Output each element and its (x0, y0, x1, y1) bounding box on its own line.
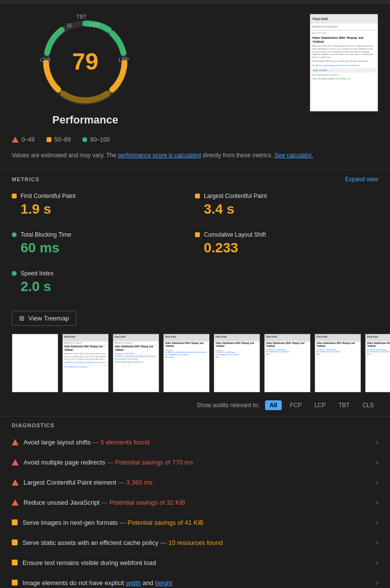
diag-text-4: Serve images in next-gen formats — Poten… (23, 519, 372, 526)
metric-si-value: 2.0 s (12, 279, 187, 294)
audit-filter: Show audits relevant to: All FCP LCP TBT… (0, 396, 390, 416)
film-thumb-1: Paul Irish Making the wrong great Video … (62, 334, 109, 392)
diag-row-3[interactable]: Reduce unused JavaScript — Potential sav… (12, 492, 378, 513)
diag-text-1: Avoid multiple page redirects — Potentia… (24, 459, 372, 466)
film-thumb-3: Paul Irish Video Stabilization With 'ffm… (163, 334, 210, 392)
filmstrip-row: Paul Irish Making the wrong great Video … (12, 334, 378, 392)
metric-lcp-indicator (195, 194, 200, 198)
diag-savings-3: — Potential savings of 32 KiB (101, 499, 185, 506)
calculator-link[interactable]: See calculator. (274, 152, 313, 159)
screenshot-inner: Paul Irish Making the wrong great APR 19… (310, 14, 378, 111)
filter-fcp-button[interactable]: FCP (286, 400, 306, 410)
ss-link2: Run stabilization in two passes (312, 74, 376, 76)
diag-indicator-7 (12, 580, 18, 586)
gauge-labels: SI FCP CLS LCP TBT (36, 14, 134, 112)
filter-lcp-button[interactable]: LCP (310, 400, 330, 410)
ss-article-text: Way back in Dec 2015, Thnergider wrote a… (312, 45, 376, 58)
film-frame-3: Paul Irish Video Stabilization With 'ffm… (163, 334, 210, 392)
audit-filter-label: Show audits relevant to: (196, 402, 259, 409)
metric-cls-indicator (195, 232, 200, 237)
ss-link1: On MacOS, install ffmpeg and vidstab fro… (312, 64, 376, 67)
metric-cls-name: Cumulative Layout Shift (204, 231, 266, 238)
diag-indicator-4 (12, 519, 18, 525)
diag-indicator-5 (12, 539, 18, 545)
film-frame-2: Paul Irish Making the wrong great Video … (113, 334, 159, 392)
metrics-section-header: METRICS Expand view (0, 170, 390, 187)
top-bar (0, 0, 390, 4)
diagnostics-title: DIAGNOSTICS (12, 422, 378, 428)
diag-text-5: Serve static assets with an efficient ca… (23, 539, 372, 546)
legend-red-icon (12, 137, 19, 143)
film-thumb-6: Paul Irish Video Stabilization With 'ffm… (315, 334, 361, 392)
diag-chevron-7: › (376, 579, 378, 587)
diag-text-6: Ensure text remains visible during webfo… (23, 559, 372, 566)
film-thumb-7: Paul Irish Video Stabilization With 'ffm… (365, 334, 390, 392)
main-content: 79 SI FCP CLS LCP TBT Performance Paul I… (0, 4, 390, 588)
filter-tbt-button[interactable]: TBT (334, 400, 354, 410)
metric-lcp-header: Largest Contentful Paint (195, 193, 370, 199)
diagnostics-section: DIAGNOSTICS Avoid large layout shifts — … (0, 416, 390, 588)
diag-chevron-2: › (376, 478, 378, 486)
ss-green-link: There are plenty of options for the filt… (312, 77, 376, 80)
diag-indicator-6 (12, 560, 18, 565)
metric-cls-value: 0.233 (195, 240, 370, 256)
ss-header: Paul Irish (310, 14, 378, 23)
diag-row-2[interactable]: Largest Contentful Paint element — 3,360… (12, 472, 378, 492)
diag-indicator-2 (12, 479, 19, 486)
metric-tbt-name: Total Blocking Time (21, 231, 71, 238)
film-frame-header-1: Paul Irish (63, 334, 108, 341)
ss-subtext: Making the wrong great (312, 25, 376, 28)
diag-chevron-0: › (376, 438, 378, 446)
film-frame-4: Paul Irish Video Stabilization With 'ffm… (214, 334, 260, 392)
metric-fcp-value: 1.9 s (12, 201, 187, 217)
diag-row-5[interactable]: Serve static assets with an efficient ca… (12, 533, 378, 553)
treemap-section: ⊞ View Treemap (0, 303, 390, 334)
metric-fcp-header: First Contentful Paint (12, 193, 187, 199)
film-thumb-inner-1: Paul Irish Making the wrong great Video … (63, 334, 108, 392)
diag-text-7: Image elements do not have explicit widt… (23, 579, 372, 587)
metric-si: Speed Index 2.0 s (12, 264, 195, 303)
metric-tbt-indicator (12, 232, 17, 237)
ss-article-title: Video Stabilization With 'ffmpeg' and 'V… (312, 36, 376, 44)
screenshot-thumb: Paul Irish Making the wrong great APR 19… (310, 14, 378, 112)
diag-savings-2: — 3,360 ms (118, 479, 152, 486)
metric-tbt-value: 60 ms (12, 240, 187, 256)
treemap-icon: ⊞ (19, 315, 24, 322)
film-frame-6: Paul Irish Video Stabilization With 'ffm… (315, 334, 361, 392)
metric-fcp-indicator (12, 194, 17, 198)
metric-si-header: Speed Index (12, 270, 187, 277)
metric-cls: Cumulative Layout Shift 0.233 (195, 225, 378, 264)
expand-view-button[interactable]: Expand view (345, 176, 378, 183)
diag-link-height[interactable]: height (155, 579, 172, 587)
treemap-label: View Treemap (28, 315, 69, 322)
gauge-label-tbt: TBT (76, 14, 174, 112)
gauge-area: 79 SI FCP CLS LCP TBT Performance (12, 14, 159, 126)
film-frame-body-1: Making the wrong great Video Stabilizati… (63, 341, 108, 369)
film-frame-1: Paul Irish Making the wrong great Video … (62, 334, 109, 392)
film-thumb-5: Paul Irish Video Stabilization With 'ffm… (264, 334, 311, 392)
metric-si-name: Speed Index (21, 270, 53, 277)
diag-row-4[interactable]: Serve images in next-gen formats — Poten… (12, 513, 378, 533)
metric-tbt: Total Blocking Time 60 ms (12, 225, 195, 264)
diag-link-width[interactable]: width (126, 579, 141, 587)
performance-section: 79 SI FCP CLS LCP TBT Performance Paul I… (0, 4, 390, 134)
metrics-grid: First Contentful Paint 1.9 s Largest Con… (0, 187, 390, 303)
ss-site-name: Paul Irish (313, 17, 328, 21)
diag-indicator-0 (12, 439, 19, 445)
metric-lcp-name: Largest Contentful Paint (204, 193, 267, 199)
diag-chevron-4: › (376, 518, 378, 526)
view-treemap-button[interactable]: ⊞ View Treemap (12, 311, 76, 326)
diag-row-7[interactable]: Image elements do not have explicit widt… (12, 573, 378, 588)
diag-row-1[interactable]: Avoid multiple page redirects — Potentia… (12, 452, 378, 472)
filter-cls-button[interactable]: CLS (358, 400, 378, 410)
diag-row-6[interactable]: Ensure text remains visible during webfo… (12, 553, 378, 573)
filter-all-button[interactable]: All (265, 400, 281, 410)
film-thumb-0 (12, 334, 58, 392)
diag-savings-5: — 10 resources found (160, 539, 223, 546)
metric-fcp: First Contentful Paint 1.9 s (12, 187, 195, 225)
diag-row-0[interactable]: Avoid large layout shifts — 5 elements f… (12, 432, 378, 452)
legend-red-label: 0–49 (22, 136, 35, 143)
ss-body: Making the wrong great APR 19TH 2025 Vid… (310, 23, 378, 82)
legend-red: 0–49 (12, 136, 35, 143)
film-frame-7: Paul Irish Video Stabilization With 'ffm… (365, 334, 390, 392)
